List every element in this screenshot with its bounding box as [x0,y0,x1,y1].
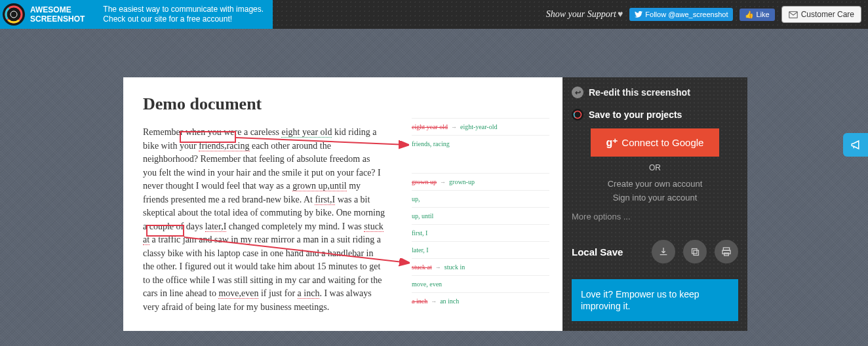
print-icon [721,246,732,257]
suggestions-list: eight year old→eight-year-old friends, r… [412,118,549,152]
connect-google-button[interactable]: g⁺Connect to Google [591,128,719,157]
mail-icon [789,11,798,18]
customer-care-button[interactable]: Customer Care [781,6,861,23]
megaphone-icon [850,139,863,151]
suggestion-row[interactable]: first, I [412,224,549,241]
demo-document: Demo document Remember when you were a c… [123,77,562,331]
suggestion-row[interactable]: later, I [412,241,549,258]
doc-title: Demo document [143,94,543,114]
brand-name: AWESOME SCREENSHOT [30,5,85,24]
download-icon [658,246,669,257]
more-options-link[interactable]: More options ... [572,212,738,221]
suggestion-row[interactable]: grown up→grown-up [412,173,549,190]
or-divider: OR [572,163,738,172]
heart-icon: ♥ [618,9,623,19]
suggestion-row[interactable]: stuck at→stuck in [412,258,549,275]
copy-icon [690,247,700,257]
right-sidebar: ↩ Re-edit this screenshot Save to your p… [562,77,747,331]
suggestion-row[interactable]: up, [412,190,549,207]
annotation-box-stuck-at [146,225,184,237]
facebook-like-button[interactable]: 👍Like [740,9,774,21]
annotation-arrow-1 [236,130,420,156]
svg-rect-9 [694,250,699,256]
sign-in-link[interactable]: Sign into your account [572,193,738,202]
brand-box[interactable]: AWESOME SCREENSHOT [0,0,94,29]
suggestion-row[interactable]: eight year old→eight-year-old [412,118,549,135]
suggestions-list: grown up→grown-up up, up, until first, I… [412,173,549,309]
save-projects-heading: Save to your projects [572,109,738,121]
download-button[interactable] [652,240,675,263]
svg-line-6 [184,237,408,263]
print-button[interactable] [715,240,738,263]
brand-tagline: The easiest way to communicate with imag… [94,0,273,29]
annotation-box-friends-racing [180,131,236,143]
svg-rect-4 [789,11,797,18]
suggestion-row[interactable]: friends, racing [412,135,549,152]
google-plus-icon: g⁺ [606,137,618,148]
local-save-label: Local Save [572,246,623,258]
brand-logo-icon [3,3,25,26]
twitter-follow-button[interactable]: Follow @awe_screenshot [629,8,733,21]
twitter-icon [635,11,642,18]
svg-point-3 [10,11,17,18]
svg-rect-10 [692,248,697,254]
support-text: Show your Support♥ [546,9,623,20]
local-save-row: Local Save [572,240,738,263]
feedback-tab[interactable] [843,133,868,157]
top-bar: AWESOME SCREENSHOT The easiest way to co… [0,0,868,29]
thumbs-up-icon: 👍 [745,10,754,19]
copy-button[interactable] [683,240,707,263]
brand-mini-logo-icon [572,109,583,121]
annotation-arrow-2 [184,235,420,267]
svg-line-5 [236,138,408,145]
main-stage: Demo document Remember when you were a c… [123,77,747,331]
create-account-link[interactable]: Create your own account [572,179,738,189]
reedit-button[interactable]: ↩ Re-edit this screenshot [572,86,738,98]
promo-box: Love it? Empower us to keep improving it… [572,279,738,321]
suggestion-row[interactable]: a inch→an inch [412,292,549,309]
suggestion-row[interactable]: move, even [412,275,549,292]
suggestion-row[interactable]: up, until [412,207,549,224]
back-arrow-icon: ↩ [572,86,583,98]
